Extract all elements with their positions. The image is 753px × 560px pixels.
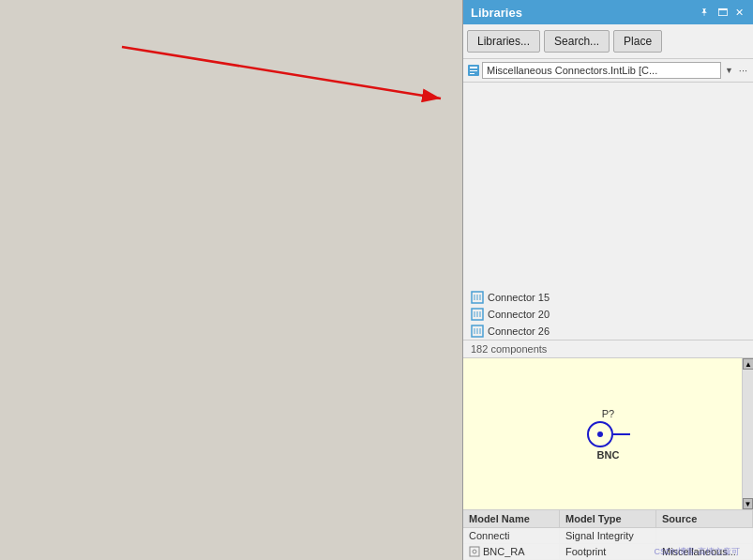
scroll-up-button[interactable]: ▲ (743, 358, 753, 370)
watermark-text: CSDN博客-高情文章可 (655, 546, 741, 558)
model-name-header: Model Name (463, 510, 560, 527)
libraries-button[interactable]: Libraries... (467, 30, 540, 53)
bnc-dot (597, 431, 603, 437)
svg-rect-41 (470, 547, 479, 556)
bnc-symbol: P? BNC (587, 408, 630, 461)
library-selector-row: Miscellaneous Connectors.IntLib [C... ▼ … (463, 59, 753, 83)
panel-header: Libraries 🖈 🗖 ✕ (463, 0, 753, 24)
bnc-circle (587, 421, 613, 447)
preview-label-top: P? (602, 408, 614, 419)
connector26-icon (471, 325, 484, 338)
svg-point-42 (473, 550, 476, 553)
model-name-cell-0: Connecti (463, 528, 560, 543)
model-source-header: Source (656, 510, 753, 527)
model-type-header: Model Type (560, 510, 656, 527)
model-type-cell-0: Signal Integrity (560, 528, 656, 543)
pin-button[interactable]: 🖈 (698, 7, 712, 18)
panel-title: Libraries (471, 6, 522, 20)
component-list: Connector 15 Connector 20 (463, 289, 753, 341)
float-button[interactable]: 🗖 (715, 7, 730, 18)
panel-content: IC芯片类.SchLib IC芯片类封装.PcbLib (463, 83, 753, 560)
dropdown-arrow-icon[interactable]: ▼ (723, 66, 735, 75)
component-item-label: Connector 20 (488, 309, 550, 320)
component-item-connector20[interactable]: Connector 20 (463, 306, 753, 323)
panel-toolbar: Libraries... Search... Place (463, 24, 753, 59)
library-icon (467, 64, 480, 77)
model-name-cell-1: BNC_RA (463, 544, 560, 559)
model-name-text-1: BNC_RA (483, 546, 525, 557)
footprint-model-icon (469, 546, 480, 557)
scroll-down-button[interactable]: ▼ (743, 498, 753, 509)
models-table-header: Model Name Model Type Source (463, 510, 753, 528)
more-options-button[interactable]: ··· (737, 65, 749, 76)
component-count: 182 components (463, 341, 753, 358)
main-canvas (0, 0, 466, 560)
preview-scrollbar: ▲ ▼ (742, 358, 753, 509)
component-item-label: Connector 26 (488, 325, 550, 337)
model-type-cell-1: Footprint (560, 544, 656, 559)
place-button[interactable]: Place (613, 30, 662, 53)
models-section: Model Name Model Type Source Connecti Si… (463, 510, 753, 560)
model-row-0[interactable]: Connecti Signal Integrity (463, 528, 753, 544)
model-source-cell-0 (656, 528, 753, 543)
svg-rect-4 (470, 70, 477, 71)
svg-rect-5 (470, 73, 474, 74)
library-selector-display[interactable]: Miscellaneous Connectors.IntLib [C... (482, 62, 721, 79)
preview-area: P? BNC ▲ ▼ (463, 358, 753, 510)
connector20-icon (471, 308, 484, 321)
bnc-circle-container (587, 421, 630, 447)
svg-rect-3 (470, 67, 477, 68)
component-item-label: Connector 15 (488, 292, 550, 303)
panel-controls: 🖈 🗖 ✕ (698, 7, 745, 19)
preview-label-bottom: BNC (597, 449, 620, 461)
close-button[interactable]: ✕ (733, 7, 745, 19)
connector15-icon (471, 291, 484, 304)
bnc-line (613, 433, 630, 435)
search-button[interactable]: Search... (544, 30, 610, 53)
component-item-connector26[interactable]: Connector 26 (463, 323, 753, 340)
component-item-connector15[interactable]: Connector 15 (463, 289, 753, 306)
libraries-panel: Libraries 🖈 🗖 ✕ Libraries... Search... P… (462, 0, 753, 560)
